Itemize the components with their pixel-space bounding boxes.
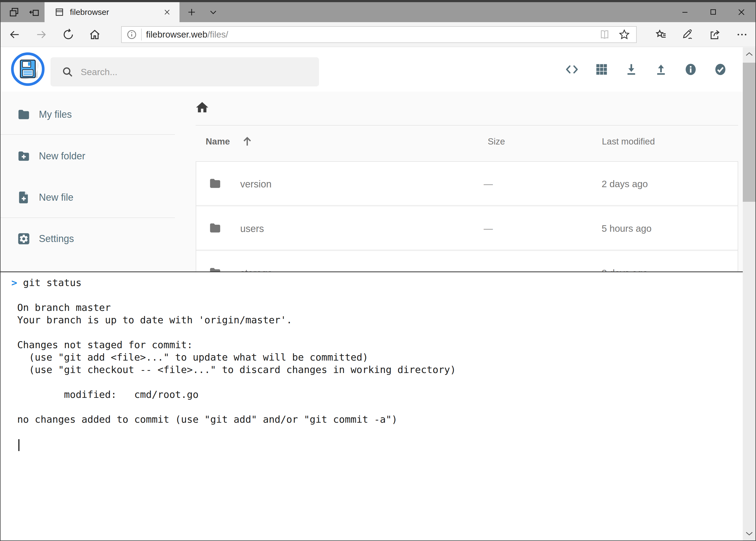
terminal-content: >git status On branch master Your branch… [1,272,755,426]
tab-close-button[interactable] [162,7,172,18]
search-icon [61,66,74,78]
share-button[interactable] [701,22,728,47]
folder-icon [208,221,222,235]
file-size: — [484,179,493,189]
window-controls [671,2,755,22]
file-plus-icon [17,191,31,205]
web-note-pen-button[interactable] [674,22,701,47]
tab-title: filebrowser [70,8,162,17]
url-host: filebrowser.web [146,29,207,39]
sidebar-item-my-files[interactable]: My files [1,105,179,124]
toolbar-right [647,22,755,47]
refresh-button[interactable] [56,22,80,47]
set-aside-tabs-icon [29,6,40,18]
browser-toolbar: filebrowser.web/files/ [1,22,755,47]
home-icon [195,100,209,115]
sidebar-item-new-folder[interactable]: New folder [1,147,179,166]
sidebar-divider [1,134,175,135]
chevron-down-icon [209,8,218,17]
sort-ascending-icon[interactable] [241,135,254,148]
gear-icon [17,232,31,246]
column-header-size[interactable]: Size [488,136,505,147]
listing-divider [196,125,738,126]
file-row-version[interactable]: version — 2 days ago [196,162,738,205]
column-header-modified[interactable]: Last modified [602,136,655,147]
more-options-button[interactable] [728,22,755,47]
file-size: — [484,223,493,234]
terminal-cursor [18,439,19,451]
upload-button[interactable] [646,53,676,86]
sidebar-item-label: My files [39,109,72,120]
browser-window: filebrowser [0,0,756,541]
forward-button[interactable] [29,22,53,47]
sidebar-divider [1,218,175,218]
folder-plus-icon [17,149,31,163]
floppy-disk-logo-icon [11,52,45,86]
folder-icon [208,177,222,190]
info-button[interactable] [676,53,705,86]
download-button[interactable] [617,53,646,86]
listing-header: Name Size Last modified [179,135,755,151]
favorite-star-button[interactable] [619,29,630,41]
breadcrumb-home-button[interactable] [195,100,209,115]
close-window-button[interactable] [727,2,755,22]
file-modified: 2 days ago [602,179,648,189]
sidebar-item-settings[interactable]: Settings [1,229,179,248]
tab-preview-icon [8,6,20,18]
file-name: version [240,179,272,190]
scroll-down-button[interactable] [743,526,755,540]
folder-icon [17,108,31,122]
file-name: users [240,223,264,235]
new-tab-button[interactable] [182,2,201,22]
grid-view-button[interactable] [587,53,617,86]
scroll-up-button[interactable] [743,47,755,61]
header-actions [557,47,735,92]
raw-code-button[interactable] [557,53,587,86]
tab-list-button[interactable] [203,2,223,22]
back-button[interactable] [3,22,26,47]
plus-icon [187,7,196,17]
terminal-output: On branch master Your branch is up to da… [11,289,755,426]
favorites-hub-button[interactable] [647,22,674,47]
url-text[interactable]: filebrowser.web/files/ [146,29,599,40]
page-scrollbar[interactable] [743,47,755,541]
prompt-chevron-icon: > [11,276,23,289]
set-aside-tabs-button[interactable] [24,2,45,22]
address-bar-divider [141,29,142,41]
terminal-command: git status [23,277,82,288]
maximize-button[interactable] [699,2,727,22]
file-modified: 5 hours ago [602,223,651,234]
sidebar-item-label: New folder [39,151,85,162]
column-header-name[interactable]: Name [206,136,230,147]
titlebar: filebrowser [1,2,755,22]
address-bar[interactable]: filebrowser.web/files/ [121,26,637,43]
terminal-prompt-line: >git status [11,276,755,289]
terminal-panel[interactable]: >git status On branch master Your branch… [1,271,755,541]
site-info-icon[interactable] [126,29,137,40]
minimize-button[interactable] [671,2,699,22]
url-path: /files/ [207,29,228,39]
sidebar-item-label: Settings [39,233,74,245]
file-row-users[interactable]: users — 5 hours ago [196,206,738,250]
browser-home-button[interactable] [83,22,107,47]
search-box[interactable] [51,57,319,86]
app-header [1,47,755,92]
search-input[interactable] [80,66,302,78]
browser-tab[interactable]: filebrowser [45,2,179,22]
scrollbar-thumb[interactable] [743,63,755,202]
reading-view-icon[interactable] [599,29,610,40]
sidebar-item-new-file[interactable]: New file [1,188,179,207]
sidebar-item-label: New file [39,192,74,203]
page-icon [55,8,64,17]
select-check-button[interactable] [705,53,735,86]
filebrowser-logo[interactable] [11,52,45,86]
tab-preview-button[interactable] [4,2,24,22]
